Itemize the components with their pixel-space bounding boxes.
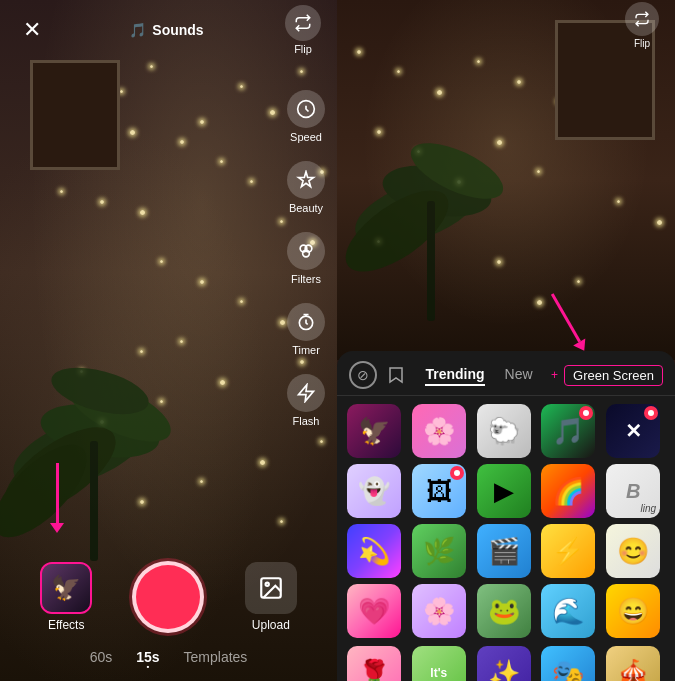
sounds-label: Sounds [152,22,203,38]
flash-icon [287,374,325,412]
effects-tabs: Trending New [415,364,543,386]
music-icon: 🎵 [129,22,146,38]
upload-icon-box [245,562,297,614]
effect-badge-5 [644,406,658,420]
right-camera-panel: Flip ⊘ Trending New + Green Screen [337,0,675,681]
effect-item-10[interactable]: B ling [606,464,660,518]
effect-item-14[interactable]: ⚡ [541,524,595,578]
duration-tabs: 60s 15s Templates [0,641,337,681]
beauty-button[interactable]: Beauty [287,161,325,214]
filters-label: Filters [291,273,321,285]
effect-item-16[interactable]: 💗 [347,584,401,638]
effect-emoji-24: 🎭 [552,658,584,682]
effect-badge-4 [579,406,593,420]
speed-label: Speed [290,131,322,143]
flip-button-right[interactable]: Flip [625,2,659,49]
effect-emoji-2: 🌸 [423,416,455,447]
filters-button[interactable]: Filters [287,232,325,285]
effect-item-12[interactable]: 🌿 [412,524,466,578]
green-screen-tab[interactable]: + Green Screen [551,365,663,386]
effect-item-25[interactable]: 🎪 [606,646,660,681]
effect-emoji-18: 🐸 [488,596,520,627]
tab-new[interactable]: New [505,364,533,386]
effects-header: ⊘ Trending New + Green Screen [337,351,675,396]
timer-icon [287,303,325,341]
effect-item-5[interactable]: ✕ [606,404,660,458]
effects-grid: 🦅 🌸 🐑 🎵 ✕ 👻 🖼 [337,396,675,646]
close-button[interactable]: ✕ [16,14,48,46]
flip-icon-right [625,2,659,36]
capture-row: 🦅 Effects Upload [0,551,337,641]
timer-button[interactable]: Timer [287,303,325,356]
bookmark-button[interactable] [385,364,407,386]
top-bar-right: Flip [337,0,675,50]
effect-item-24[interactable]: 🎭 [541,646,595,681]
duration-templates[interactable]: Templates [184,649,248,669]
left-camera-panel: ✕ 🎵 Sounds Flip Speed [0,0,337,681]
effect-emoji-21: 🌹 [358,658,390,682]
capture-button[interactable] [132,561,204,633]
effect-item-3[interactable]: 🐑 [477,404,531,458]
tab-trending[interactable]: Trending [425,364,484,386]
effect-item-20[interactable]: 😄 [606,584,660,638]
effect-item-11[interactable]: 💫 [347,524,401,578]
effect-item-1[interactable]: 🦅 [347,404,401,458]
effects-panel: ⊘ Trending New + Green Screen 🦅 🌸 [337,351,675,681]
side-toolbar: Speed Beauty Filters [287,90,325,427]
effect-emoji-11: 💫 [358,536,390,567]
effect-item-22[interactable]: It's [412,646,466,681]
effect-item-7[interactable]: 🖼 [412,464,466,518]
effect-emoji-6: 👻 [358,476,390,507]
speed-icon [287,90,325,128]
effect-emoji-9: 🌈 [552,476,584,507]
effect-item-21[interactable]: 🌹 [347,646,401,681]
green-screen-icon: + [551,368,558,382]
flip-icon-left [285,5,321,41]
effect-emoji-13: 🎬 [488,536,520,567]
effect-item-15[interactable]: 😊 [606,524,660,578]
no-effect-button[interactable]: ⊘ [349,361,377,389]
effects-button[interactable]: 🦅 Effects [40,562,92,632]
effect-emoji-20: 😄 [617,596,649,627]
effect-emoji-23: ✨ [488,658,520,682]
svg-point-13 [265,583,268,586]
effect-emoji-8: ▶ [494,476,514,507]
effects-icon-box: 🦅 [40,562,92,614]
beauty-icon [287,161,325,199]
effect-emoji-14: ⚡ [552,536,584,567]
effect-emoji-25: 🎪 [617,658,649,682]
duration-60s[interactable]: 60s [90,649,113,669]
effect-item-2[interactable]: 🌸 [412,404,466,458]
speed-button[interactable]: Speed [287,90,325,143]
timer-label: Timer [292,344,320,356]
effect-item-13[interactable]: 🎬 [477,524,531,578]
effect-item-23[interactable]: ✨ [477,646,531,681]
effect-item-6[interactable]: 👻 [347,464,401,518]
effect-item-19[interactable]: 🌊 [541,584,595,638]
effect-item-9[interactable]: 🌈 [541,464,595,518]
flip-label-left: Flip [294,43,312,55]
effect-item-18[interactable]: 🐸 [477,584,531,638]
upload-button[interactable]: Upload [245,562,297,632]
effect-item-8[interactable]: ▶ [477,464,531,518]
effects-label: Effects [48,618,84,632]
effects-bird-icon: 🦅 [51,574,81,602]
effect-emoji-4: 🎵 [552,416,584,447]
effect-emoji-7: 🖼 [426,476,452,507]
effect-badge-7 [450,466,464,480]
flash-button[interactable]: Flash [287,374,325,427]
effect-emoji-15: 😊 [617,536,649,567]
effect-emoji-22: It's [430,666,447,680]
upload-label: Upload [252,618,290,632]
beauty-label: Beauty [289,202,323,214]
sounds-button[interactable]: 🎵 Sounds [129,22,203,38]
flip-button-left[interactable]: Flip [285,5,321,55]
effect-emoji-12: 🌿 [423,536,455,567]
effect-item-17[interactable]: 🌸 [412,584,466,638]
effect-item-4[interactable]: 🎵 [541,404,595,458]
effect-emoji-3: 🐑 [488,416,520,447]
duration-15s[interactable]: 15s [136,649,159,669]
top-bar-left: ✕ 🎵 Sounds Flip [0,0,337,60]
filters-icon [287,232,325,270]
effect-emoji-19: 🌊 [552,596,584,627]
